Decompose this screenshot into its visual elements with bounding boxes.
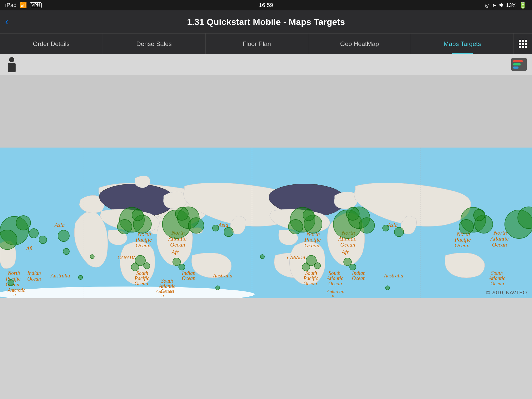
svg-text:Australia: Australia: [383, 273, 403, 278]
title-bar: ‹ 1.31 Quickstart Mobile - Maps Targets: [0, 10, 532, 33]
gray-area-top: [0, 75, 532, 148]
svg-point-68: [29, 229, 38, 238]
battery-icon: 🔋: [519, 2, 527, 9]
navteq-credit: © 2010, NAVTEQ: [486, 290, 527, 296]
svg-text:Ocean: Ocean: [352, 275, 365, 281]
svg-text:South: South: [491, 270, 503, 276]
location-icon: ◎: [485, 2, 489, 8]
tab-dense-sales[interactable]: Dense Sales: [103, 34, 206, 54]
svg-text:Ocean: Ocean: [170, 241, 185, 248]
svg-point-0: [9, 57, 14, 62]
svg-text:Afr: Afr: [25, 245, 34, 251]
svg-point-103: [314, 263, 321, 269]
svg-text:Ocean: Ocean: [136, 242, 150, 249]
svg-point-94: [303, 209, 314, 221]
svg-point-105: [350, 264, 356, 270]
carrier-label: iPad: [5, 2, 17, 9]
tab-order-details[interactable]: Order Details: [0, 34, 103, 54]
svg-point-76: [117, 220, 132, 234]
svg-point-73: [8, 280, 14, 286]
svg-text:Afr: Afr: [341, 249, 349, 255]
svg-text:Ocean: Ocean: [328, 281, 342, 286]
legend-button[interactable]: [511, 58, 527, 71]
bluetooth-icon: ✱: [499, 2, 503, 8]
svg-text:Ocean: Ocean: [27, 276, 41, 282]
svg-point-82: [224, 227, 233, 237]
battery-label: 13%: [506, 2, 516, 8]
wifi-icon: 📶: [20, 2, 27, 9]
svg-point-106: [260, 255, 264, 259]
svg-point-90: [216, 286, 220, 290]
status-left: iPad 📶 VPN: [5, 2, 42, 9]
svg-text:Ocean: Ocean: [182, 275, 195, 281]
svg-point-98: [346, 207, 359, 220]
svg-point-100: [383, 225, 389, 231]
svg-rect-1: [8, 63, 16, 72]
svg-text:Ocean: Ocean: [492, 241, 507, 248]
svg-text:CANADA: CANADA: [118, 255, 136, 260]
svg-point-89: [90, 255, 94, 259]
status-bar: iPad 📶 VPN 16:59 ◎ ➤ ✱ 13% 🔋: [0, 0, 532, 10]
svg-point-97: [359, 218, 375, 233]
svg-text:Indian: Indian: [352, 270, 365, 276]
back-button[interactable]: ‹: [5, 16, 8, 27]
grid-icon: [519, 40, 527, 48]
svg-point-93: [288, 220, 303, 234]
svg-text:Ocean: Ocean: [135, 281, 148, 286]
svg-text:Afr: Afr: [171, 249, 179, 255]
svg-point-110: [459, 220, 474, 234]
svg-text:South: South: [329, 270, 341, 276]
svg-text:Indian: Indian: [182, 270, 195, 276]
svg-point-81: [175, 207, 188, 220]
svg-point-66: [0, 230, 17, 250]
vpn-badge: VPN: [30, 2, 42, 8]
tab-geo-heatmap-label: Geo HeatMap: [340, 40, 379, 48]
tab-bar: Order Details Dense Sales Floor Plan Geo…: [0, 33, 532, 54]
tab-grid-button[interactable]: [514, 34, 532, 54]
svg-text:Australia: Australia: [212, 273, 232, 278]
tab-floor-plan-label: Floor Plan: [243, 40, 271, 48]
tab-maps-targets-label: Maps Targets: [444, 40, 481, 48]
toolbar: [0, 54, 532, 75]
svg-point-104: [344, 258, 351, 266]
svg-point-102: [302, 263, 310, 271]
svg-text:Ocean: Ocean: [340, 241, 355, 248]
svg-text:Atlantic: Atlantic: [488, 275, 505, 281]
svg-point-70: [63, 248, 69, 255]
svg-text:CANADA: CANADA: [287, 255, 305, 260]
svg-text:Australia: Australia: [50, 273, 70, 278]
map-container[interactable]: Asia Afr Indian Ocean Australia North Pa…: [0, 148, 532, 298]
person-icon[interactable]: [5, 57, 18, 72]
arrow-icon: ➤: [492, 2, 496, 8]
svg-point-72: [78, 275, 83, 280]
svg-text:a: a: [14, 292, 16, 297]
svg-text:Antarctic: Antarctic: [156, 289, 173, 294]
svg-point-107: [385, 286, 390, 290]
back-chevron: ‹: [5, 16, 8, 27]
svg-text:North: North: [8, 270, 20, 276]
svg-point-80: [188, 218, 204, 233]
svg-text:a: a: [332, 293, 334, 298]
svg-text:Asia: Asia: [218, 222, 228, 228]
svg-point-77: [132, 209, 143, 221]
svg-text:Ocean: Ocean: [304, 242, 319, 249]
tab-dense-sales-label: Dense Sales: [136, 40, 172, 48]
svg-text:Ocean: Ocean: [490, 281, 504, 286]
status-right: ◎ ➤ ✱ 13% 🔋: [485, 2, 527, 9]
svg-point-71: [58, 230, 69, 242]
tab-maps-targets[interactable]: Maps Targets: [411, 34, 514, 54]
svg-text:Antarctic: Antarctic: [8, 288, 25, 293]
app-title: 1.31 Quickstart Mobile - Maps Targets: [187, 17, 345, 27]
svg-point-88: [179, 264, 185, 270]
svg-point-83: [212, 225, 219, 231]
svg-point-86: [144, 263, 150, 269]
svg-point-87: [173, 258, 181, 266]
map-svg: Asia Afr Indian Ocean Australia North Pa…: [0, 148, 532, 298]
svg-point-67: [16, 216, 31, 230]
svg-point-99: [394, 227, 404, 237]
tab-floor-plan[interactable]: Floor Plan: [205, 34, 308, 54]
status-time: 16:59: [259, 2, 273, 9]
tab-order-details-label: Order Details: [33, 40, 70, 48]
tab-geo-heatmap[interactable]: Geo HeatMap: [308, 34, 411, 54]
svg-text:Atlantic: Atlantic: [326, 275, 343, 281]
